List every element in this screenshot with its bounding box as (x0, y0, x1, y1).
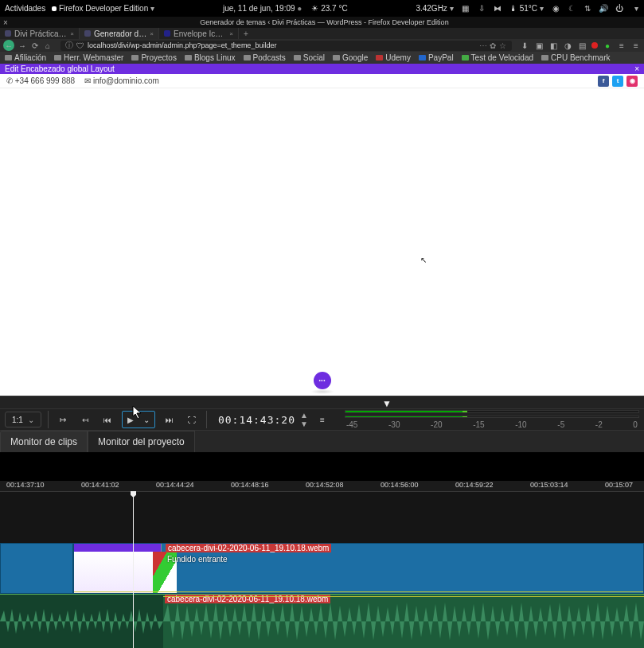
timecode-spinner[interactable]: ▲▼ (300, 411, 308, 428)
video-clip-b[interactable]: cabecera-divi-02-2020-06-11_19.10.18.web… (73, 543, 644, 594)
page-canvas[interactable]: ↖ ··· (0, 88, 644, 396)
power-icon[interactable]: ⏻ (615, 5, 623, 13)
ruler-label: 00:14:37:10 (6, 481, 45, 489)
forward-button[interactable]: → (18, 41, 27, 50)
ruler-label: 00:14:44:24 (156, 481, 194, 489)
bookmark-item[interactable]: Podcasts (244, 53, 286, 62)
bookmark-item[interactable]: Test de Velocidad (462, 53, 533, 62)
speed-icon (462, 55, 469, 61)
bookmark-item[interactable]: Proyectos (131, 53, 176, 62)
folder-icon (294, 55, 301, 61)
url-input-wrapper[interactable]: ⓘ 🛡 ⋯ ✿ ☆ (60, 41, 512, 51)
playhead-indicator-icon[interactable]: ▼ (382, 398, 392, 409)
bookmark-item[interactable]: CPU Benchmark (541, 53, 610, 62)
tab-close-icon[interactable]: × (70, 30, 74, 37)
facebook-icon[interactable]: f (598, 76, 609, 87)
twitter-icon[interactable]: t (612, 76, 623, 87)
zoom-selector[interactable]: 1:1 ⌄ (5, 412, 41, 427)
timeline-ruler[interactable]: 00:14:37:10 00:14:41:02 00:14:44:24 00:1… (0, 481, 644, 492)
back-button[interactable]: ← (3, 40, 14, 51)
ruler-label: 00:14:48:16 (231, 481, 269, 489)
audio-clip-b[interactable]: cabecera-divi-02-2020-06-11_19.10.18.web… (163, 595, 644, 648)
new-tab-button[interactable]: + (239, 28, 253, 39)
extension-icon-1[interactable]: ▣ (534, 41, 544, 50)
volume-icon[interactable]: 🔊 (599, 5, 607, 13)
favicon-icon (84, 30, 91, 37)
rewind-button[interactable]: ⏮ (100, 412, 115, 427)
bookmark-item[interactable]: Herr. Webmaster (54, 53, 123, 62)
app-menu[interactable]: Firefox Developer Edition (52, 4, 154, 13)
network-icon[interactable]: ⇅ (584, 5, 591, 13)
browser-tab-1[interactable]: Generador de temas ‹ Div…× (80, 28, 159, 39)
browser-tab-0[interactable]: Divi Prácticas | Otro sitio re…× (0, 28, 80, 39)
play-button[interactable]: ▶ (123, 412, 139, 427)
extension-icon-2[interactable]: ◧ (548, 41, 558, 50)
tab-close-icon[interactable]: × (229, 30, 233, 37)
dropbox-icon[interactable]: ⇩ (478, 5, 486, 13)
tab-clip-monitor[interactable]: Monitor de clips (0, 431, 88, 452)
tab-close-icon[interactable]: × (150, 30, 154, 37)
bookmarks-bar: Afiliación Herr. Webmaster Proyectos Blo… (0, 52, 644, 64)
tab-project-monitor[interactable]: Monitor del proyecto (88, 431, 195, 452)
clock[interactable]: jue, 11 de jun, 19:09 ● (223, 4, 302, 13)
email-link[interactable]: ✉ info@dominio.com (84, 76, 159, 85)
video-clip-a[interactable] (0, 543, 73, 594)
divi-fab-button[interactable]: ··· (314, 372, 331, 389)
tray-icon-3[interactable]: ⧓ (494, 5, 502, 13)
play-mode-dropdown[interactable]: ⌄ (139, 412, 154, 427)
browser-tab-2[interactable]: Envelope Icon | Font Aw…× (159, 28, 239, 39)
video-track-1[interactable]: cabecera-divi-02-2020-06-11_19.10.18.web… (0, 543, 644, 594)
system-menu[interactable] (631, 5, 639, 13)
extension-green-icon[interactable]: ● (603, 41, 612, 50)
hamburger-menu-icon[interactable]: ≡ (631, 41, 641, 50)
bookmark-item[interactable]: Udemy (376, 53, 411, 62)
extension-icon-4[interactable]: ▤ (577, 41, 587, 50)
set-out-button[interactable]: ↤ (77, 412, 93, 427)
url-input[interactable] (88, 41, 478, 49)
divi-close-button[interactable]: × (634, 64, 639, 73)
downloads-icon[interactable]: ⬇ (520, 41, 529, 50)
info-icon[interactable]: ⓘ (65, 40, 73, 51)
clip-effect-label: Fundido entrante (167, 555, 228, 564)
library-icon[interactable]: ≡ (617, 41, 626, 50)
activities-button[interactable]: Actividades (5, 4, 45, 13)
tray-icon-1[interactable]: ▦ (462, 5, 470, 13)
window-title: Generador de temas ‹ Divi Prácticas — Wo… (8, 18, 641, 26)
bookmark-item[interactable]: Social (294, 53, 325, 62)
ruler-label: 00:15:07 (605, 481, 633, 489)
reader-icon[interactable]: ⋯ (478, 41, 488, 50)
audio-track-1[interactable]: cabecera-divi-02-2020-06-11_19.10.18.web… (0, 594, 644, 648)
instagram-icon[interactable]: ◉ (626, 76, 638, 87)
options-menu-button[interactable]: ≡ (314, 412, 330, 427)
cpu-freq-indicator[interactable]: 3.42GHz (416, 4, 453, 13)
bookmark-item[interactable]: Google (333, 53, 368, 62)
weather-indicator[interactable]: ☀ 23.7 °C (311, 4, 347, 13)
bookmark-item[interactable]: PayPal (419, 53, 454, 62)
temp-indicator[interactable]: 🌡 51°C (509, 4, 544, 13)
night-light-icon[interactable]: ☾ (568, 5, 576, 13)
bookmark-item[interactable]: Afiliación (5, 53, 46, 62)
divi-bar-label: Edit Encabezado global Layout (5, 64, 115, 73)
record-indicator-icon[interactable] (591, 42, 598, 49)
crop-button[interactable]: ⛶ (184, 412, 200, 427)
phone-link[interactable]: ✆ +34 666 999 888 (6, 76, 75, 85)
shield-icon[interactable]: 🛡 (76, 41, 84, 50)
bookmark-star-icon[interactable]: ☆ (498, 41, 507, 50)
accessibility-icon[interactable]: ◉ (552, 5, 560, 13)
reload-button[interactable]: ⟳ (30, 41, 40, 50)
timeline-tracks[interactable]: cabecera-divi-02-2020-06-11_19.10.18.web… (0, 492, 644, 648)
permission-icon[interactable]: ✿ (488, 41, 498, 50)
video-track-2[interactable] (0, 492, 644, 543)
playhead-line[interactable] (133, 492, 134, 648)
home-button[interactable]: ⌂ (43, 41, 53, 50)
bookmark-item[interactable]: Blogs Linux (185, 53, 236, 62)
set-in-button[interactable]: ↦ (55, 412, 71, 427)
extension-icon-3[interactable]: ◑ (563, 41, 572, 50)
paypal-icon (419, 55, 426, 61)
preview-ruler[interactable]: ▼ (0, 396, 644, 408)
fade-line[interactable] (74, 591, 643, 592)
timecode[interactable]: 00:14:43:20 ▲▼ (218, 411, 308, 428)
volume-line[interactable] (163, 596, 644, 597)
audio-clip-a[interactable] (0, 595, 163, 648)
forward-button[interactable]: ⏭ (162, 412, 178, 427)
